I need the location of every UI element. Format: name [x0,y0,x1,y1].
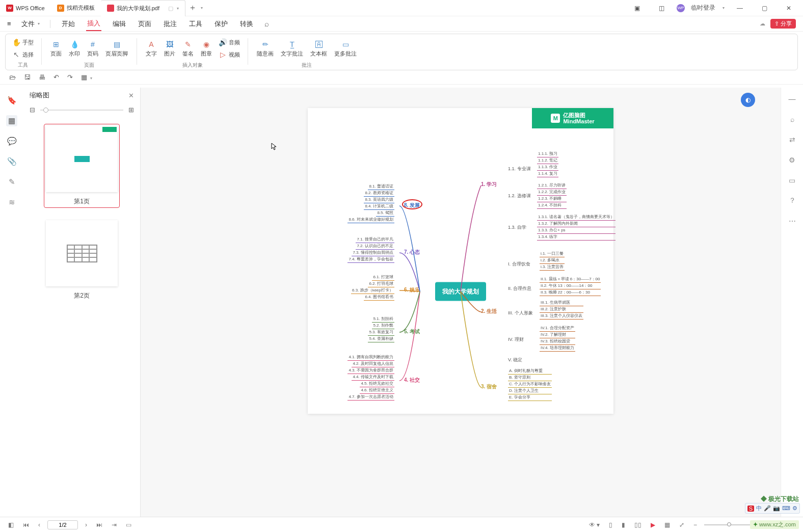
page-input[interactable] [47,520,78,529]
sb-last-page-button[interactable]: ⏭ [94,521,104,528]
menu-file[interactable]: 文件▾ [21,19,40,29]
sb-single-page-icon[interactable]: ▯ [607,521,614,528]
floating-assistant-icon[interactable]: ◐ [741,93,755,107]
select-tool-button[interactable]: ↖选择 [10,49,36,60]
sb-two-page-icon[interactable]: ▯▯ [632,521,644,528]
tab-app[interactable]: W WPS Office [0,0,51,16]
clipboard-icon[interactable]: ▦ ▾ [81,73,92,81]
login-label[interactable]: 临时登录 [691,4,715,12]
menu-start[interactable]: 开始 [61,17,76,31]
thumb-zoom-in-icon[interactable]: ⊞ [128,106,134,114]
menu-tools[interactable]: 工具 [188,17,203,31]
sb-first-page-button[interactable]: ⏮ [21,521,31,528]
right-book-icon[interactable]: ▭ [787,175,797,185]
share-button[interactable]: ⇪ 分享 [770,19,796,29]
node-fun: 6. 娱乐 [404,286,420,294]
watermark-logo: ◆ 极光下载站 [761,495,799,503]
tab-overflow-icon[interactable]: ▢ [168,5,173,12]
sb-grid-icon[interactable]: ▦ [662,521,672,528]
insert-video-button[interactable]: ▷视频 [216,49,242,60]
sb-zoom-out-button[interactable]: − [691,521,699,528]
node-mind: 7. 心态 [404,249,420,256]
thumbnail-page-1[interactable]: 第1页 [44,124,120,208]
undo-icon[interactable]: ↶ [53,73,59,81]
thumbnail-close-button[interactable]: ✕ [128,92,134,99]
pagenum-button[interactable]: #页码 [84,39,101,59]
insert-text-button[interactable]: A文字 [143,39,160,59]
menu-insert[interactable]: 插入 [86,17,101,31]
cube-icon[interactable]: ◫ [652,1,671,15]
window-minimize-button[interactable]: ― [731,1,749,15]
hand-tool-button[interactable]: ✋手型 [10,37,36,48]
edit-icon[interactable]: ✎ [6,176,17,188]
leaf-item: 6.4. 图书馆看书 [364,294,394,301]
node-life-s1: I. 合理饮食 [508,261,530,268]
tab-templates[interactable]: D 找稻壳模板 [51,0,101,16]
freedraw-button[interactable]: ✏随意画 [254,39,277,59]
sb-continuous-icon[interactable]: ▮ [620,521,627,528]
insert-image-button[interactable]: 🖼图片 [161,39,178,59]
menu-hamburger-icon[interactable]: ≡ [7,20,11,28]
avatar[interactable]: WP [677,4,685,12]
menu-edit[interactable]: 编辑 [112,17,127,31]
search-icon[interactable]: ⌕ [264,19,269,28]
right-more-icon[interactable]: ⋯ [787,216,797,226]
comments-icon[interactable]: 💬 [6,136,17,147]
sb-play-icon[interactable]: ▶ [649,521,657,528]
thumbnail-page-2[interactable]: 第2页 [44,218,120,302]
login-dropdown-icon[interactable]: ▾ [722,6,725,10]
sb-zoom-slider[interactable] [704,524,750,525]
mouse-cursor-icon [271,143,277,151]
ime-toolbar[interactable]: S 中🎤📷⌨⚙ [745,503,800,514]
video-icon: ▷ [218,50,227,59]
panel-icon[interactable]: ▣ [628,1,646,15]
page-button[interactable]: ⊞页面 [47,39,65,59]
right-search-icon[interactable]: ⌕ [787,114,797,124]
document-canvas[interactable]: ◐ M 亿图脑图 MindMaster 我的大学规划 1. 学习 1.1. 专业… [141,88,781,517]
textbox-button[interactable]: 🄰文本框 [307,39,330,59]
menu-protect[interactable]: 保护 [213,17,229,31]
menu-annotate[interactable]: 批注 [163,17,178,31]
right-convert-icon[interactable]: ⇄ [787,135,797,145]
right-settings-icon[interactable]: ⚙ [787,155,797,165]
save-icon[interactable]: 🖫 [24,73,31,81]
menu-convert[interactable]: 转换 [239,17,254,31]
print-icon[interactable]: 🖶 [39,73,45,81]
sb-fitpage-icon[interactable]: ▭ [124,521,133,528]
tab-add-button[interactable]: ＋ [185,1,200,15]
sb-panel-icon[interactable]: ◧ [6,521,16,528]
tab-dropdown-icon[interactable]: ▾ [177,6,179,11]
menu-page[interactable]: 页面 [137,17,152,31]
textnote-button[interactable]: T̲文字批注 [278,39,306,59]
insert-sign-button[interactable]: ✎签名 [179,39,197,59]
sb-visibility-icon[interactable]: 👁 ▾ [587,521,602,528]
sb-zoom-fit-icon[interactable]: ⤢ [677,521,686,528]
attach-icon[interactable]: 📎 [6,156,17,167]
window-maximize-button[interactable]: ▢ [755,1,773,15]
sb-prev-page-button[interactable]: ‹ [36,521,42,528]
more-annot-button[interactable]: ▭更多批注 [331,39,360,59]
headerfooter-button[interactable]: ▤页眉页脚 [102,39,131,59]
cloud-icon[interactable]: ☁ [760,20,765,27]
redo-icon[interactable]: ↷ [67,73,73,81]
insert-audio-button[interactable]: 🔊音频 [216,37,242,48]
sb-fitwidth-icon[interactable]: ⇥ [110,521,119,528]
window-close-button[interactable]: ✕ [780,1,798,15]
sb-next-page-button[interactable]: › [83,521,89,528]
tab-document[interactable]: 我的大学规划.pdf ▢ ▾ [101,0,185,16]
node-life: 2. 生活 [481,308,497,315]
insert-stamp-button[interactable]: ◉图章 [198,39,215,59]
layers-icon[interactable]: ≋ [6,197,17,208]
leaf-item: III.2. 注意护肤 [540,306,583,313]
bookmark-icon[interactable]: 🔖 [6,95,17,106]
leaf-item: 4.1. 拥有自我判断的能力 [347,354,394,361]
node-social: 4. 社交 [404,377,420,384]
right-minus-icon[interactable]: ― [787,94,797,104]
tab-add-dropdown[interactable]: ▾ [201,6,203,10]
watermark-button[interactable]: 💧水印 [66,39,83,59]
thumb-size-slider[interactable] [40,110,123,111]
thumbnails-icon[interactable]: ▦ [6,115,17,126]
open-icon[interactable]: 🗁 [9,73,16,81]
right-help-icon[interactable]: ？ [787,196,797,206]
thumb-zoom-out-icon[interactable]: ⊟ [30,106,35,114]
